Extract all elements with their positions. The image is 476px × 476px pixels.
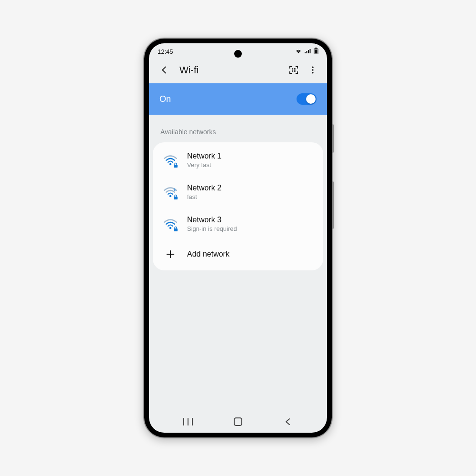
svg-point-16 — [169, 195, 171, 197]
qr-code-icon — [288, 65, 299, 75]
network-row[interactable]: Network 3 Sign-in is required — [153, 208, 323, 240]
signal-icon — [304, 48, 312, 55]
more-options-button[interactable] — [306, 61, 319, 79]
add-network-label: Add network — [187, 250, 229, 258]
status-time: 12:45 — [158, 48, 173, 55]
nav-recents-button[interactable] — [174, 417, 202, 426]
network-status: fast — [187, 193, 221, 200]
phone-frame: 12:45 — [144, 39, 332, 437]
battery-icon — [314, 48, 318, 56]
network-row[interactable]: 6 Network 2 fast — [153, 176, 323, 208]
back-button[interactable] — [156, 61, 173, 79]
recents-icon — [183, 417, 193, 426]
svg-point-12 — [312, 69, 313, 70]
svg-rect-2 — [308, 50, 309, 53]
wifi-secured-icon — [163, 154, 178, 167]
switch-knob — [306, 94, 316, 104]
front-camera — [234, 50, 242, 58]
nav-home-button[interactable] — [224, 417, 252, 426]
side-button — [332, 181, 334, 229]
status-icons — [295, 48, 318, 56]
svg-rect-23 — [234, 418, 242, 426]
network-name: Network 1 — [187, 152, 221, 160]
home-icon — [233, 417, 243, 426]
svg-rect-7 — [292, 68, 293, 69]
side-button — [332, 124, 334, 153]
lock-icon — [173, 194, 178, 200]
svg-rect-15 — [174, 165, 178, 168]
chevron-left-icon — [284, 417, 292, 426]
svg-rect-9 — [292, 70, 293, 72]
add-network-text: Add network — [187, 250, 229, 258]
qr-scan-button[interactable] — [285, 61, 302, 79]
svg-rect-1 — [307, 51, 307, 53]
lock-icon — [173, 162, 178, 168]
lock-icon — [173, 226, 178, 232]
more-vertical-icon — [308, 65, 317, 75]
available-networks-label: Available networks — [149, 115, 327, 142]
svg-point-18 — [169, 227, 171, 228]
networks-card: Network 1 Very fast 6 — [153, 142, 323, 270]
network-status: Sign-in is required — [187, 225, 237, 232]
svg-rect-6 — [315, 50, 317, 54]
header: Wi-fi — [149, 60, 327, 83]
network-name: Network 3 — [187, 216, 237, 224]
svg-rect-17 — [174, 197, 178, 199]
network-text: Network 3 Sign-in is required — [187, 216, 237, 232]
svg-point-11 — [312, 67, 313, 68]
network-name: Network 2 — [187, 184, 221, 192]
wifi-secured-icon: 6 — [163, 186, 178, 199]
wifi-secured-icon — [163, 218, 178, 231]
add-network-row[interactable]: Add network — [153, 240, 323, 268]
page-title: Wi-fi — [179, 65, 281, 76]
network-status: Very fast — [187, 161, 221, 169]
network-text: Network 2 fast — [187, 184, 221, 200]
svg-rect-19 — [174, 228, 178, 231]
svg-point-14 — [169, 163, 171, 165]
wifi-status-icon — [295, 48, 302, 55]
network-text: Network 1 Very fast — [187, 152, 221, 169]
network-row[interactable]: Network 1 Very fast — [153, 144, 323, 176]
svg-rect-8 — [294, 68, 296, 69]
wifi-state-label: On — [159, 94, 171, 104]
svg-rect-0 — [305, 52, 306, 53]
svg-rect-3 — [310, 49, 311, 53]
wifi6-badge: 6 — [174, 188, 176, 192]
wifi-toggle-row[interactable]: On — [149, 83, 327, 115]
nav-back-button[interactable] — [274, 417, 302, 426]
plus-icon — [163, 248, 178, 261]
system-nav-bar — [149, 411, 327, 433]
svg-point-13 — [312, 72, 313, 73]
svg-rect-10 — [294, 70, 296, 72]
wifi-toggle-switch[interactable] — [297, 93, 317, 105]
chevron-left-icon — [159, 65, 169, 75]
screen: 12:45 — [149, 43, 327, 433]
